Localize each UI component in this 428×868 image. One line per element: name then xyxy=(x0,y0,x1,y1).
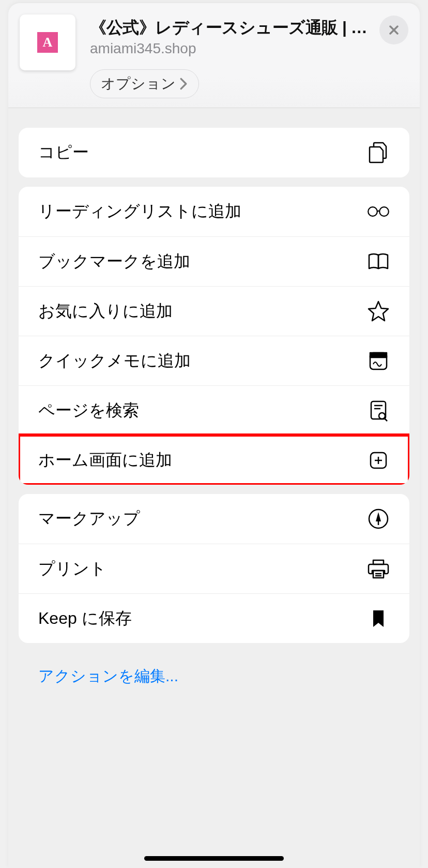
action-add-favorite[interactable]: お気に入りに追加 xyxy=(19,286,409,336)
action-group-3: マークアップ プリント xyxy=(19,494,409,643)
close-icon xyxy=(388,24,400,36)
share-header: A 《公式》レディースシューズ通販 | A... amiami345.shop … xyxy=(8,3,420,108)
plus-box-icon xyxy=(367,450,390,471)
action-group-2: リーディングリストに追加 ブックマークを追加 お気に入りに追加 xyxy=(19,187,409,485)
action-label: クイックメモに追加 xyxy=(38,350,367,372)
share-sheet: A 《公式》レディースシューズ通販 | A... amiami345.shop … xyxy=(8,3,420,868)
action-label: Keep に保存 xyxy=(38,607,367,630)
svg-point-3 xyxy=(379,207,389,216)
book-icon xyxy=(367,252,390,272)
action-label: ブックマークを追加 xyxy=(38,250,367,273)
action-group-1: コピー xyxy=(19,128,409,177)
bookmark-fill-icon xyxy=(367,609,390,628)
action-label: お気に入りに追加 xyxy=(38,300,367,323)
options-button[interactable]: オプション xyxy=(90,69,199,98)
action-find-on-page[interactable]: ページを検索 xyxy=(19,385,409,435)
site-thumbnail: A xyxy=(20,14,75,70)
star-icon xyxy=(367,300,390,323)
glasses-icon xyxy=(367,204,390,219)
page-title: 《公式》レディースシューズ通販 | A... xyxy=(90,17,371,39)
options-label: オプション xyxy=(101,74,176,94)
action-list: コピー リーディングリストに追加 ブックマークを追加 xyxy=(8,108,420,718)
action-label: リーディングリストに追加 xyxy=(38,200,367,223)
action-markup[interactable]: マークアップ xyxy=(19,494,409,544)
action-copy[interactable]: コピー xyxy=(19,128,409,177)
close-button[interactable] xyxy=(379,16,408,44)
action-reading-list[interactable]: リーディングリストに追加 xyxy=(19,187,409,236)
site-logo: A xyxy=(37,32,58,53)
edit-actions-link[interactable]: アクションを編集... xyxy=(19,652,409,687)
action-label: ページを検索 xyxy=(38,399,367,422)
home-indicator[interactable] xyxy=(144,856,284,861)
action-add-home-screen[interactable]: ホーム画面に追加 xyxy=(19,435,409,485)
printer-icon xyxy=(367,558,390,580)
header-text: 《公式》レディースシューズ通販 | A... amiami345.shop オプ… xyxy=(90,14,371,98)
action-label: プリント xyxy=(38,558,367,580)
svg-marker-4 xyxy=(369,302,388,321)
action-add-bookmark[interactable]: ブックマークを追加 xyxy=(19,236,409,286)
page-url: amiami345.shop xyxy=(90,40,371,57)
markup-icon xyxy=(367,508,390,530)
action-label: コピー xyxy=(38,141,367,164)
action-label: ホーム画面に追加 xyxy=(38,449,367,472)
chevron-right-icon xyxy=(179,78,188,90)
action-quick-note[interactable]: クイックメモに追加 xyxy=(19,336,409,385)
find-on-page-icon xyxy=(367,399,390,422)
action-save-keep[interactable]: Keep に保存 xyxy=(19,593,409,643)
svg-point-2 xyxy=(368,207,377,216)
copy-icon xyxy=(367,141,390,164)
quick-note-icon xyxy=(367,351,390,371)
action-label: マークアップ xyxy=(38,507,367,530)
action-print[interactable]: プリント xyxy=(19,544,409,593)
svg-rect-6 xyxy=(370,353,387,357)
